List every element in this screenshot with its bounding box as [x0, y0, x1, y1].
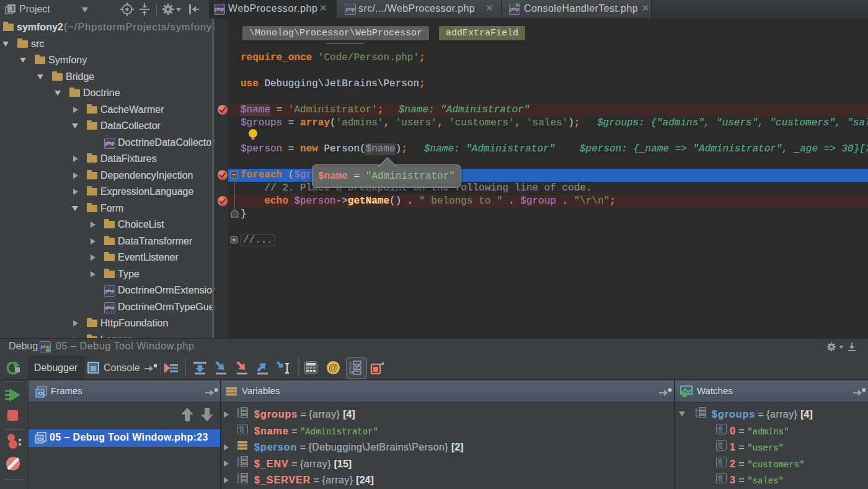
svg-text:01: 01 — [719, 478, 724, 482]
svg-text:3: 3 — [349, 370, 352, 374]
svg-text:3: 3 — [237, 415, 239, 418]
svg-text:2: 2 — [349, 366, 352, 370]
svg-text:3: 3 — [237, 480, 239, 483]
svg-text:<>: <> — [37, 437, 43, 443]
svg-text:1: 1 — [349, 361, 352, 366]
svg-text:01: 01 — [719, 445, 724, 449]
svg-text:01: 01 — [719, 429, 724, 433]
svg-text:01: 01 — [719, 462, 724, 466]
svg-text:<>: <> — [37, 391, 44, 397]
svg-text:3: 3 — [237, 464, 239, 467]
svg-text:01: 01 — [240, 429, 245, 433]
svg-text:3: 3 — [695, 415, 698, 418]
